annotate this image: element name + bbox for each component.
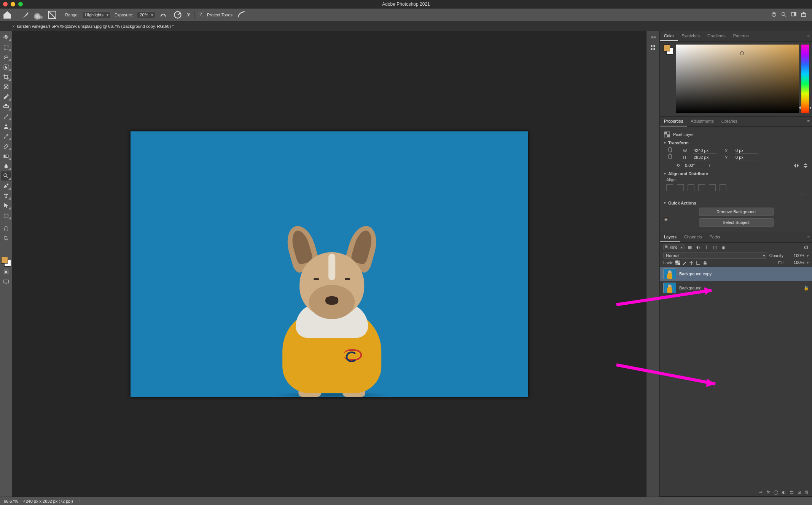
crop-tool[interactable]: [1, 72, 11, 82]
height-input[interactable]: [693, 155, 716, 160]
tab-libraries[interactable]: Libraries: [718, 117, 741, 126]
layer-filter-kind[interactable]: Kind: [663, 245, 685, 250]
gradient-tool[interactable]: [1, 152, 11, 161]
delete-layer-icon[interactable]: 🗑: [805, 490, 809, 495]
clone-stamp-tool[interactable]: [1, 122, 11, 131]
search-icon[interactable]: [781, 11, 787, 18]
document-canvas-area[interactable]: [12, 31, 646, 497]
flip-horizontal-icon[interactable]: [794, 163, 799, 168]
lock-position-icon[interactable]: [689, 260, 694, 265]
tab-layers[interactable]: Layers: [660, 232, 680, 242]
pen-tool[interactable]: [1, 181, 11, 190]
collapsed-panel-dock[interactable]: ◀◀: [646, 31, 660, 497]
edit-toolbar-button[interactable]: ⋯: [1, 248, 11, 253]
zoom-tool[interactable]: [1, 234, 11, 243]
window-close-button[interactable]: [3, 2, 8, 6]
status-menu[interactable]: 〉: [78, 498, 83, 504]
lock-transparency-icon[interactable]: [675, 260, 680, 265]
window-minimize-button[interactable]: [11, 2, 15, 6]
filter-toggle[interactable]: ⏻: [803, 244, 809, 250]
color-fg-bg-mini[interactable]: [663, 45, 673, 54]
layer-style-icon[interactable]: fx: [766, 490, 770, 495]
home-button[interactable]: [2, 10, 12, 20]
tab-patterns[interactable]: Patterns: [729, 31, 753, 41]
object-selection-tool[interactable]: [1, 62, 11, 72]
filter-type-icon[interactable]: T: [704, 244, 710, 250]
hand-tool[interactable]: [1, 224, 11, 233]
tab-gradients[interactable]: Gradients: [704, 31, 729, 41]
tab-swatches[interactable]: Swatches: [678, 31, 704, 41]
align-buttons[interactable]: [666, 184, 808, 191]
lock-icon[interactable]: 🔒: [804, 286, 809, 291]
lock-image-icon[interactable]: [682, 260, 687, 265]
angle-icon[interactable]: [173, 10, 183, 20]
history-panel-icon[interactable]: [650, 44, 656, 51]
tab-channels[interactable]: Channels: [680, 232, 705, 242]
lock-artboard-icon[interactable]: [696, 260, 701, 265]
layer-name[interactable]: Background copy: [679, 272, 712, 276]
type-tool[interactable]: [1, 191, 11, 200]
rectangle-tool[interactable]: [1, 211, 11, 220]
section-quick-actions[interactable]: Quick Actions: [664, 201, 808, 205]
move-tool[interactable]: [1, 33, 11, 42]
window-zoom-button[interactable]: [18, 2, 23, 6]
link-layers-icon[interactable]: ⇔: [759, 490, 763, 495]
traffic-lights[interactable]: [3, 2, 23, 6]
adjustment-layer-icon[interactable]: ◐: [782, 490, 786, 495]
fill-input[interactable]: [787, 260, 804, 265]
frame-tool[interactable]: [1, 82, 11, 91]
opacity-input[interactable]: [787, 253, 804, 258]
layer-name[interactable]: Background: [679, 286, 702, 290]
layer-row-background[interactable]: 👁 Background 🔒: [660, 281, 812, 295]
close-tab-button[interactable]: ×: [12, 24, 14, 29]
tab-properties[interactable]: Properties: [660, 117, 687, 126]
marquee-tool[interactable]: [1, 43, 11, 52]
select-subject-button[interactable]: Select Subject: [699, 218, 774, 227]
layer-row-background-copy[interactable]: Background copy: [660, 267, 812, 281]
spot-healing-tool[interactable]: [1, 102, 11, 111]
blend-mode-select[interactable]: Normal: [663, 252, 767, 259]
section-transform[interactable]: Transform: [664, 141, 808, 145]
workspace-switcher-icon[interactable]: [791, 11, 797, 18]
group-icon[interactable]: 🗀: [790, 490, 794, 495]
path-selection-tool[interactable]: [1, 201, 11, 210]
filter-pixel-icon[interactable]: ▦: [687, 244, 693, 250]
tool-preset-picker[interactable]: [20, 10, 30, 20]
section-align[interactable]: Align and Distribute: [664, 171, 808, 176]
tab-paths[interactable]: Paths: [706, 232, 724, 242]
filter-adjust-icon[interactable]: ◐: [695, 244, 701, 250]
filter-smart-icon[interactable]: ▣: [720, 244, 726, 250]
eyedropper-tool[interactable]: [1, 92, 11, 101]
angle-value[interactable]: 0°: [186, 13, 191, 17]
document-canvas[interactable]: [131, 131, 528, 397]
foreground-background-swatches[interactable]: [1, 257, 11, 267]
flip-vertical-icon[interactable]: [803, 163, 808, 168]
brush-tool[interactable]: [1, 112, 11, 121]
layer-thumbnail[interactable]: [663, 268, 676, 279]
screen-mode-button[interactable]: [1, 277, 11, 286]
layer-mask-icon[interactable]: ◯: [774, 490, 778, 495]
exposure-select[interactable]: 20%: [137, 11, 155, 18]
lasso-tool[interactable]: [1, 53, 11, 62]
history-brush-tool[interactable]: [1, 132, 11, 141]
blur-tool[interactable]: [1, 161, 11, 171]
doc-dimensions[interactable]: 4240 px x 2832 px (72 ppi): [23, 499, 73, 503]
share-icon[interactable]: [801, 11, 807, 18]
zoom-level[interactable]: 66.67%: [4, 499, 18, 503]
visibility-toggle[interactable]: 👁: [663, 217, 669, 220]
hue-slider[interactable]: [801, 45, 809, 113]
color-panel-menu[interactable]: ≡: [805, 31, 812, 41]
eraser-tool[interactable]: [1, 142, 11, 151]
rotate-input[interactable]: [684, 163, 704, 168]
layer-thumbnail[interactable]: [663, 283, 676, 293]
more-align-button[interactable]: ⋯: [664, 193, 808, 198]
dodge-tool[interactable]: [1, 171, 11, 181]
brush-preset-picker[interactable]: 50: [34, 10, 43, 20]
brush-settings-button[interactable]: [47, 10, 57, 20]
new-layer-icon[interactable]: ⊞: [798, 490, 801, 495]
tablet-pressure-toggle[interactable]: [236, 10, 246, 20]
airbrush-toggle[interactable]: [159, 10, 169, 20]
range-select[interactable]: Highlights: [83, 11, 111, 18]
document-tab[interactable]: karsten-winegeart-5PVXkqt2s9k-unsplash.j…: [17, 24, 174, 29]
filter-shape-icon[interactable]: ▢: [712, 244, 718, 250]
